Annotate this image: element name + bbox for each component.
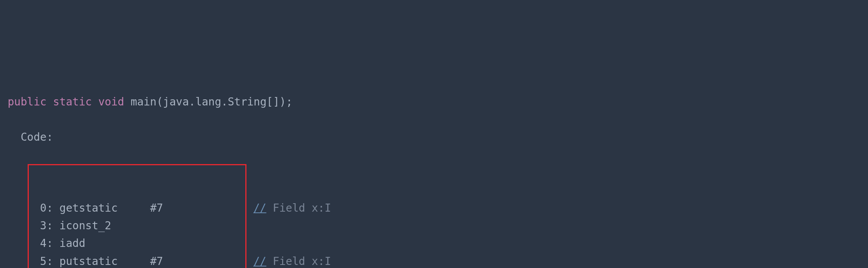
comment-slash: // <box>253 255 266 268</box>
comment-text: Field x:I <box>266 255 331 268</box>
instruction-row: 3: iconst_2 <box>8 217 860 235</box>
method-params: (java.lang.String[]); <box>157 93 293 111</box>
instruction-index: 0: <box>8 202 60 214</box>
method-signature: public static void main(java.lang.String… <box>8 93 860 111</box>
instruction-left: 5: putstatic #7 <box>8 253 253 268</box>
instruction-index: 3: <box>8 219 60 232</box>
instruction-left: 4: iadd <box>8 235 253 252</box>
modifiers: public static void <box>8 93 124 111</box>
comment-text: Field x:I <box>266 202 331 214</box>
instructions-block: 0: getstatic #7// Field x:I 3: iconst_2 … <box>8 164 860 268</box>
instruction-row: 5: putstatic #7// Field x:I <box>8 253 860 268</box>
instruction-index: 4: <box>8 237 60 250</box>
code-label: Code: <box>21 128 53 146</box>
instruction-opcode: iadd <box>60 237 150 250</box>
instruction-left: 0: getstatic #7 <box>8 199 253 217</box>
instruction-arg: #7 <box>150 255 163 268</box>
instruction-index: 5: <box>8 255 60 268</box>
code-label-line: Code: <box>8 128 860 146</box>
instruction-comment: // Field x:I <box>253 253 331 268</box>
instruction-left: 3: iconst_2 <box>8 217 253 235</box>
comment-slash: // <box>253 202 266 214</box>
instruction-opcode: iconst_2 <box>60 219 150 232</box>
instruction-comment: // Field x:I <box>253 199 331 217</box>
bytecode-listing: public static void main(java.lang.String… <box>8 76 860 268</box>
instruction-arg: #7 <box>150 202 163 214</box>
instruction-row: 4: iadd <box>8 235 860 252</box>
method-name: main <box>131 93 156 111</box>
instruction-opcode: putstatic <box>60 255 150 268</box>
instruction-opcode: getstatic <box>60 202 150 214</box>
instruction-row: 0: getstatic #7// Field x:I <box>8 199 860 217</box>
